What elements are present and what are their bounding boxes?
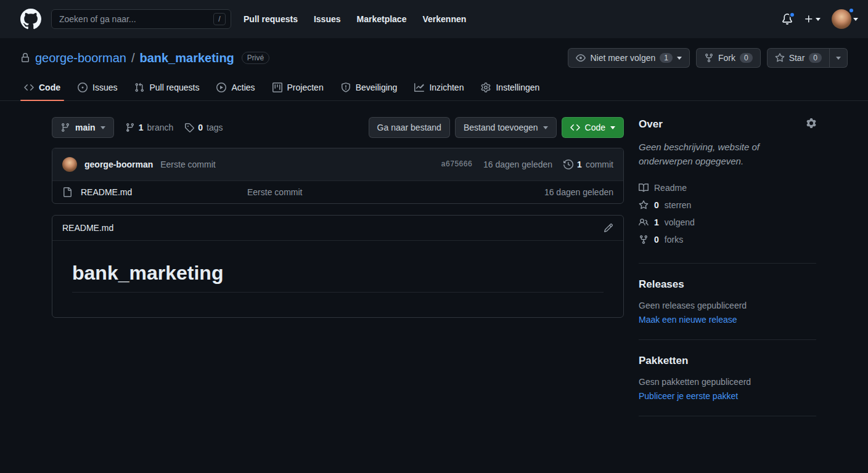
git-pull-request-icon [134,83,144,92]
file-row[interactable]: README.md Eerste commit 16 dagen geleden [52,180,623,203]
tab-code[interactable]: Code [15,76,69,100]
star-dropdown-button[interactable] [829,49,847,67]
create-release-link[interactable]: Maak een nieuwe release [639,315,737,325]
git-branch-icon [125,123,135,132]
repo-forked-icon [639,235,649,245]
nav-verkennen[interactable]: Verkennen [422,14,466,24]
meta-label: volgend [665,217,695,227]
repo-owner-link[interactable]: george-boorman [35,51,126,65]
meta-label: sterren [665,200,692,210]
sidebar: Over Geen beschrijving, website of onder… [639,117,816,431]
tab-label: Instellingen [496,83,539,92]
meta-count: 1 [654,217,659,227]
breadcrumb-separator: / [131,51,135,65]
commit-hash-link[interactable]: a675666 [441,160,472,169]
packages-empty-text: Gesn pakketten gepubliceerd [639,376,816,389]
search-input[interactable] [59,14,208,24]
watchers-meta-link[interactable]: 1 volgend [639,214,816,231]
user-menu[interactable] [832,9,858,29]
top-bar-right [782,9,858,29]
latest-commit-bar: george-boorman Eerste commit a675666 16 … [52,148,623,180]
readme-content: bank_marketing [52,241,623,317]
commit-author-avatar[interactable] [62,157,77,172]
star-button[interactable]: Star 0 [768,49,829,67]
add-file-button[interactable]: Bestand toevoegen [455,117,557,138]
chevron-down-icon [610,126,615,129]
tab-label: Beveiliging [356,83,398,92]
repo-forked-icon [704,53,714,63]
star-icon [639,200,649,210]
nav-issues[interactable]: Issues [314,14,341,24]
code-icon [570,123,580,132]
file-commit-message[interactable]: Eerste commit [247,187,544,197]
repo-tab-bar: Code Issues Pull requests Acties Project… [0,76,868,101]
tag-count: 0 [198,123,203,132]
tab-projecten[interactable]: Projecten [264,76,332,100]
nav-marketplace[interactable]: Marketplace [357,14,407,24]
code-button-label: Code [585,123,605,132]
branch-bar: main 1 branch 0 tags Ga naar bestand Bes… [52,117,624,138]
commit-time[interactable]: 16 dagen geleden [483,160,552,169]
chevron-down-icon [677,57,682,60]
nav-pull-requests[interactable]: Pull requests [244,14,298,24]
tab-inzichten[interactable]: Inzichten [406,76,472,100]
code-download-button[interactable]: Code [562,117,624,138]
fork-count: 0 [740,53,753,63]
stars-meta-link[interactable]: 0 sterren [639,196,816,214]
repo-header: george-boorman / bank_marketing Privé Ni… [0,38,868,74]
file-commit-time: 16 dagen geleden [544,187,613,197]
readme-card: README.md bank_marketing [52,215,624,318]
commit-history-link[interactable]: 1 commit [563,160,613,169]
tags-link[interactable]: 0 tags [184,123,223,132]
go-to-file-button[interactable]: Ga naar bestand [369,117,450,138]
add-file-label: Bestand toevoegen [464,123,538,132]
tab-label: Acties [231,83,255,92]
branch-selector-button[interactable]: main [52,117,114,138]
tag-count-label: tags [207,123,223,132]
releases-title: Releases [639,278,816,291]
commit-count-label: commit [586,160,613,169]
releases-section: Releases Geen releases gepubliceerd Maak… [639,278,816,325]
notifications-bell-icon[interactable] [782,14,793,25]
chevron-down-icon [816,18,821,21]
commit-author-name[interactable]: george-boorman [84,160,153,169]
chevron-down-icon [543,126,548,129]
branches-link[interactable]: 1 branch [125,123,174,132]
sidebar-divider [639,416,816,416]
tab-issues[interactable]: Issues [69,76,126,100]
search-box[interactable]: / [51,9,231,29]
edit-about-gear-icon[interactable] [806,118,816,128]
pencil-edit-icon[interactable] [604,223,613,233]
tab-label: Code [39,83,60,92]
tab-instellingen[interactable]: Instellingen [472,76,548,100]
chevron-down-icon [100,126,105,129]
watch-button[interactable]: Niet meer volgen 1 [568,48,690,68]
about-title: Over [639,118,663,131]
visibility-badge: Privé [242,52,269,64]
meta-label: Readme [654,183,687,193]
file-link[interactable]: README.md [81,187,132,197]
chevron-down-icon [853,18,858,21]
repo-name-link[interactable]: bank_marketing [139,51,234,65]
fork-button[interactable]: Fork 0 [696,48,761,68]
readme-meta-link[interactable]: Readme [639,179,816,196]
meta-label: forks [665,235,683,245]
notification-dot [789,12,795,18]
tab-label: Issues [92,83,117,92]
commit-message[interactable]: Eerste commit [160,160,215,169]
tab-label: Pull requests [149,83,199,92]
file-icon [62,187,72,197]
sidebar-divider [639,339,816,340]
readme-filename[interactable]: README.md [62,223,113,233]
tab-acties[interactable]: Acties [208,76,263,100]
publish-package-link[interactable]: Publiceer je eerste pakket [639,391,738,401]
create-new-button[interactable] [804,14,821,24]
github-logo-icon[interactable] [20,9,41,30]
tab-beveiliging[interactable]: Beveiliging [332,76,406,100]
tab-pull-requests[interactable]: Pull requests [126,76,208,100]
star-button-group: Star 0 [767,48,848,68]
chevron-down-icon [836,57,841,60]
forks-meta-link[interactable]: 0 forks [639,231,816,248]
readme-title: bank_marketing [72,262,604,293]
top-nav: Pull requests Issues Marketplace Verkenn… [244,14,466,24]
